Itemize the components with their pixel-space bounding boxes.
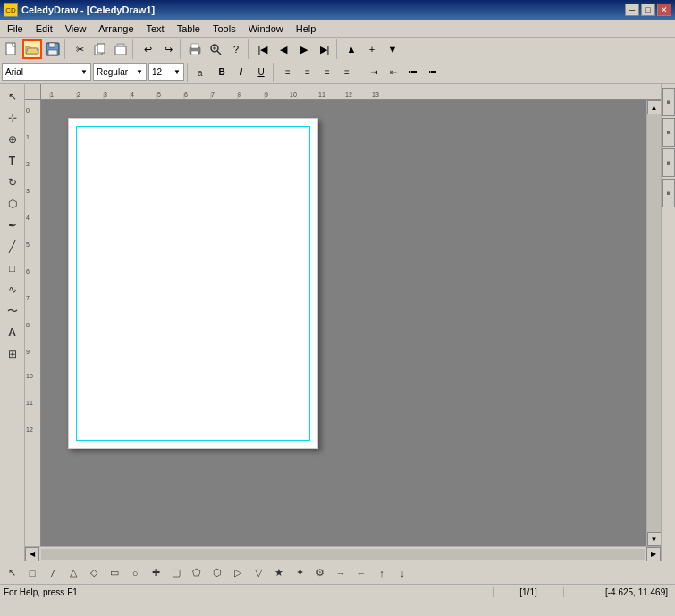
status-bar: For Help, press F1 [1/1] [-4.625, 11.469… <box>0 584 675 600</box>
font-icon-button[interactable]: a <box>193 63 211 81</box>
justify-button[interactable]: ≡ <box>338 63 356 81</box>
menu-help[interactable]: Help <box>291 21 322 36</box>
sep3 <box>180 39 183 59</box>
undo-button[interactable]: ↩ <box>138 39 157 59</box>
new-button[interactable] <box>2 39 21 59</box>
curve-tool[interactable]: ∿ <box>3 280 22 300</box>
scroll-right-button[interactable]: ▶ <box>646 547 661 561</box>
menu-tools[interactable]: Tools <box>207 21 241 36</box>
title-bar: CD CeledyDraw - [CeledyDraw1] ─ □ ✕ <box>0 0 675 20</box>
vertical-scrollbar[interactable]: ▲ ▼ <box>646 100 661 546</box>
align-center-button[interactable]: ≡ <box>299 63 316 81</box>
menu-text[interactable]: Text <box>141 21 170 36</box>
menu-edit[interactable]: Edit <box>30 21 58 36</box>
menu-window[interactable]: Window <box>243 21 289 36</box>
scroll-up-button[interactable]: ▲ <box>647 100 662 114</box>
zoom-tool[interactable]: ⊕ <box>3 130 22 149</box>
fmt-sep1 <box>187 63 190 82</box>
italic-button[interactable]: I <box>232 63 250 81</box>
prev-page-button[interactable]: ◀ <box>274 39 293 59</box>
drawing-canvas[interactable] <box>41 100 646 546</box>
copy-button[interactable] <box>90 39 110 59</box>
shape-cross[interactable]: ✚ <box>146 563 165 583</box>
font-style-dropdown[interactable]: Regular ▼ <box>93 63 147 81</box>
last-page-button[interactable]: ▶| <box>315 39 334 59</box>
bold-button[interactable]: B <box>213 63 231 81</box>
minimize-button[interactable]: ─ <box>625 4 639 16</box>
font-style-arrow: ▼ <box>136 68 143 76</box>
bullet-button[interactable]: ≔ <box>404 63 422 81</box>
shape-arrow-down2[interactable]: ↓ <box>392 563 412 583</box>
shape-callout[interactable]: ⬠ <box>187 563 207 583</box>
table-tool[interactable]: ⊞ <box>3 344 22 364</box>
scroll-h-track[interactable] <box>41 549 645 560</box>
shape-circle[interactable]: ○ <box>125 563 145 583</box>
align-right-button[interactable]: ≡ <box>318 63 336 81</box>
shape-diamond[interactable]: ◇ <box>84 563 104 583</box>
next-page-button[interactable]: ▶ <box>294 39 314 59</box>
save-button[interactable] <box>43 39 63 59</box>
font-size-dropdown[interactable]: 12 ▼ <box>148 63 184 81</box>
menu-table[interactable]: Table <box>172 21 206 36</box>
horizontal-scrollbar[interactable]: ◀ ▶ <box>25 546 661 561</box>
close-button[interactable]: ✕ <box>657 4 671 16</box>
rect-tool[interactable]: □ <box>3 258 22 278</box>
dropdown-button[interactable]: ▼ <box>383 39 402 59</box>
shape-arrow-up2[interactable]: ↑ <box>372 563 392 583</box>
shape-arrow-left2[interactable]: ← <box>351 563 371 583</box>
text-tool[interactable]: T <box>3 151 22 171</box>
shape-hrect[interactable]: ▭ <box>105 563 124 583</box>
zoom-button[interactable] <box>206 39 225 59</box>
scroll-v-track[interactable] <box>647 114 662 532</box>
line-tool[interactable]: ╱ <box>3 237 22 257</box>
plus-button[interactable]: + <box>362 39 382 59</box>
rp-btn2[interactable]: ≡ <box>662 118 675 147</box>
shape-star5[interactable]: ★ <box>269 563 289 583</box>
shape-triangle[interactable]: △ <box>63 563 83 583</box>
indent-button[interactable]: ⇥ <box>365 63 383 81</box>
font-name-dropdown[interactable]: Arial ▼ <box>2 63 91 81</box>
status-page: [1/1] <box>493 587 564 597</box>
shape-star4[interactable]: ✦ <box>290 563 309 583</box>
shape-select[interactable]: ↖ <box>2 563 21 583</box>
shape-toolbar: ↖ □ / △ ◇ ▭ ○ ✚ ▢ ⬠ ⬡ ▷ ▽ ★ ✦ ⚙ → ← ↑ ↓ <box>0 561 675 584</box>
shape-tri2[interactable]: ▽ <box>249 563 268 583</box>
scroll-down-button[interactable]: ▼ <box>647 532 662 546</box>
help-button[interactable]: ? <box>226 39 246 59</box>
underline-button[interactable]: U <box>252 63 270 81</box>
menu-view[interactable]: View <box>60 21 92 36</box>
menu-arrange[interactable]: Arrange <box>93 21 139 36</box>
shape-arrow-r[interactable]: ▷ <box>228 563 248 583</box>
cut-button[interactable]: ✂ <box>70 39 89 59</box>
align-left-button[interactable]: ≡ <box>279 63 297 81</box>
restore-button[interactable]: □ <box>641 4 655 16</box>
pen-tool[interactable]: ✒ <box>3 215 22 235</box>
node-tool[interactable]: ⊹ <box>3 108 22 128</box>
page-border <box>76 126 310 441</box>
number-button[interactable]: ≔ <box>424 63 442 81</box>
open-button[interactable] <box>22 39 42 59</box>
select-tool[interactable]: ↖ <box>3 87 22 106</box>
shape-arrow-right2[interactable]: → <box>331 563 350 583</box>
paste-button[interactable] <box>111 39 131 59</box>
redo-button[interactable]: ↪ <box>158 39 178 59</box>
shape-gear[interactable]: ⚙ <box>310 563 330 583</box>
up-button[interactable]: ▲ <box>342 39 361 59</box>
freehand-tool[interactable]: 〜 <box>3 301 22 321</box>
shape-rect[interactable]: □ <box>22 563 42 583</box>
shape-line[interactable]: / <box>43 563 63 583</box>
fill-tool[interactable]: ⬡ <box>3 194 22 214</box>
rp-btn4[interactable]: ≡ <box>662 179 675 207</box>
text-a-tool[interactable]: A <box>3 323 22 342</box>
scroll-left-button[interactable]: ◀ <box>25 547 39 561</box>
print-button[interactable] <box>185 39 205 59</box>
shape-hex[interactable]: ⬡ <box>207 563 227 583</box>
rp-btn3[interactable]: ≡ <box>662 148 675 177</box>
shape-rounded[interactable]: ▢ <box>166 563 186 583</box>
outdent-button[interactable]: ⇤ <box>384 63 402 81</box>
main-area: ↖ ⊹ ⊕ T ↻ ⬡ ✒ ╱ □ ∿ 〜 A ⊞ 1 2 3 4 5 6 <box>0 84 675 561</box>
menu-file[interactable]: File <box>2 21 29 36</box>
first-page-button[interactable]: |◀ <box>253 39 273 59</box>
rp-btn1[interactable]: ≡ <box>662 88 675 116</box>
rotate-tool[interactable]: ↻ <box>3 173 22 192</box>
